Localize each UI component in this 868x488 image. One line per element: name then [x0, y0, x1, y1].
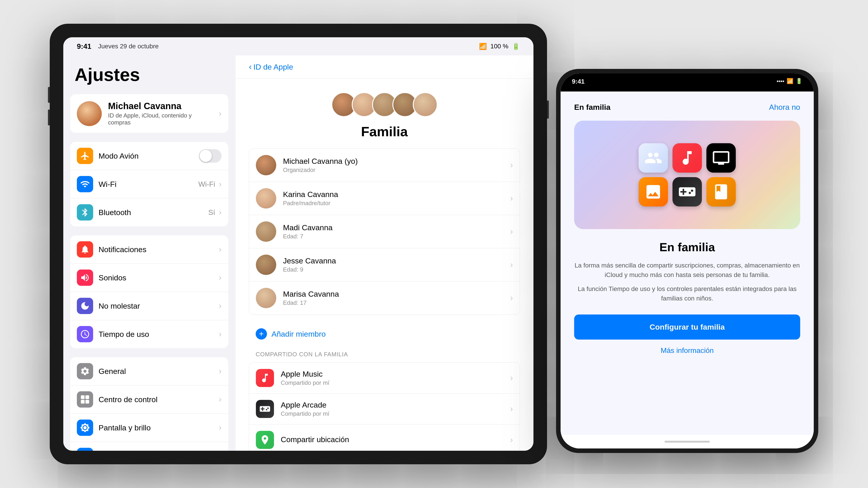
ipad-date: Jueves 29 de octubre: [98, 43, 159, 50]
airplane-mode-item[interactable]: Modo Avión: [70, 142, 228, 170]
member-name-4: Marisa Cavanna: [283, 290, 510, 298]
connectivity-group: Modo Avión Wi-Fi Wi-Fi ›: [70, 142, 228, 226]
iphone-hero-illustration: [574, 121, 800, 229]
sounds-item[interactable]: Sonidos ›: [70, 264, 228, 292]
family-avatar-group: [331, 92, 438, 117]
do-not-disturb-icon: [77, 298, 93, 314]
screen-time-item[interactable]: Tiempo de uso ›: [70, 320, 228, 348]
airplane-mode-icon: [77, 148, 93, 164]
configure-family-button[interactable]: Configurar tu familia: [574, 315, 800, 339]
user-profile-card[interactable]: Michael Cavanna ID de Apple, iCloud, con…: [70, 94, 228, 133]
wifi-label: Wi-Fi: [98, 180, 198, 189]
service-arcade[interactable]: Apple Arcade Compartido por mí ›: [249, 394, 520, 424]
bluetooth-chevron: ›: [219, 207, 221, 217]
signal-icon: ▪▪▪▪: [777, 78, 784, 84]
panel-header: ‹ ID de Apple: [235, 55, 533, 78]
member-item-0[interactable]: Michael Cavanna (yo) Organizador ›: [249, 149, 520, 182]
home-indicator-bar: [664, 441, 710, 443]
arcade-service-info: Apple Arcade Compartido por mí: [281, 400, 510, 417]
iphone-wifi-icon: 📶: [786, 78, 794, 84]
general-item[interactable]: General ›: [70, 357, 228, 385]
ipad-screen: 9:41 Jueves 29 de octubre 📶 100 % 🔋 Ajus…: [63, 37, 533, 451]
display-item[interactable]: Pantalla y brillo ›: [70, 414, 228, 442]
member-1-chevron: ›: [510, 194, 513, 203]
iphone-time: 9:41: [572, 78, 585, 85]
music-service-name: Apple Music: [281, 369, 510, 379]
music-chevron: ›: [510, 373, 513, 383]
iphone-main-title: En familia: [659, 240, 715, 254]
family-panel: ‹ ID de Apple: [235, 55, 533, 451]
sounds-icon: [77, 269, 93, 286]
family-title: Familia: [249, 124, 520, 139]
iphone-sheet-title: En familia: [574, 103, 611, 111]
back-label: ID de Apple: [253, 63, 293, 71]
home-screen-icon: [77, 448, 93, 451]
user-avatar: [77, 101, 102, 126]
member-avatar-4: [256, 288, 276, 308]
wifi-status-icon: 📶: [479, 43, 487, 50]
member-role-1: Padre/madre/tutor: [283, 200, 510, 207]
service-music[interactable]: Apple Music Compartido por mí ›: [249, 363, 520, 394]
ipad-volume-up-button[interactable]: [48, 87, 50, 103]
svg-rect-1: [86, 395, 89, 399]
arcade-service-icon: [256, 400, 274, 418]
iphone-description-1: La forma más sencilla de compartir suscr…: [574, 261, 800, 280]
dnd-chevron: ›: [219, 301, 221, 311]
hero-photos-icon: [639, 177, 668, 206]
user-avatar-face: [77, 101, 102, 126]
member-item-1[interactable]: Karina Cavanna Padre/madre/tutor ›: [249, 182, 520, 215]
profile-chevron: ›: [219, 109, 221, 119]
do-not-disturb-item[interactable]: No molestar ›: [70, 292, 228, 320]
svg-rect-2: [81, 400, 85, 404]
add-member-button[interactable]: + Añadir miembro: [249, 322, 520, 346]
st-chevron: ›: [219, 329, 221, 339]
airplane-mode-toggle[interactable]: [199, 149, 221, 163]
iphone-status-icons: ▪▪▪▪ 📶 🔋: [777, 78, 802, 84]
more-info-link[interactable]: Más información: [661, 346, 714, 355]
ipad-time: 9:41: [77, 42, 91, 51]
member-avatar-1: [256, 188, 276, 208]
bluetooth-label: Bluetooth: [98, 208, 209, 217]
location-service-info: Compartir ubicación: [281, 435, 510, 445]
wifi-item[interactable]: Wi-Fi Wi-Fi ›: [70, 170, 228, 198]
iphone-screen: 9:41 ▪▪▪▪ 📶 🔋 En familia Ahora no: [561, 73, 814, 449]
settings-title: Ajustes: [70, 64, 228, 94]
general-icon: [77, 363, 93, 379]
member-item-3[interactable]: Jesse Cavanna Edad: 9 ›: [249, 248, 520, 282]
member-info-2: Madi Cavanna Edad: 7: [283, 223, 510, 240]
family-avatars: [249, 92, 520, 117]
member-name-2: Madi Cavanna: [283, 223, 510, 232]
svg-rect-3: [86, 400, 89, 404]
location-service-name: Compartir ubicación: [281, 435, 510, 444]
member-item-4[interactable]: Marisa Cavanna Edad: 17 ›: [249, 282, 520, 315]
bluetooth-item[interactable]: Bluetooth Sí ›: [70, 198, 228, 226]
ipad-power-button[interactable]: [547, 101, 549, 119]
back-chevron-icon: ‹: [249, 62, 252, 72]
control-center-item[interactable]: Centro de control ›: [70, 385, 228, 414]
member-item-2[interactable]: Madi Cavanna Edad: 7 ›: [249, 215, 520, 248]
user-name: Michael Cavanna: [108, 101, 213, 111]
location-service-icon: [256, 431, 274, 449]
member-role-2: Edad: 7: [283, 233, 510, 240]
music-service-icon: [256, 369, 274, 387]
member-avatar-2: [256, 221, 276, 242]
back-button[interactable]: ‹ ID de Apple: [249, 62, 520, 72]
hero-tv-icon: [706, 143, 736, 173]
member-info-1: Karina Cavanna Padre/madre/tutor: [283, 190, 510, 207]
ipad-status-bar: 9:41 Jueves 29 de octubre 📶 100 % 🔋: [63, 37, 533, 55]
notifications-item[interactable]: Notificaciones ›: [70, 235, 228, 264]
family-content: Familia Michael Cavanna (yo) Organizador…: [235, 78, 533, 451]
general-label: General: [98, 367, 219, 376]
airplane-mode-label: Modo Avión: [98, 152, 199, 160]
member-avatar-3: [256, 255, 276, 275]
member-4-chevron: ›: [510, 293, 513, 303]
iphone-dismiss-button[interactable]: Ahora no: [769, 103, 800, 111]
member-info-3: Jesse Cavanna Edad: 9: [283, 256, 510, 273]
home-screen-item[interactable]: Pantalla de inicio y el Dock ›: [70, 442, 228, 451]
service-location[interactable]: Compartir ubicación ›: [249, 424, 520, 451]
ipad-volume-down-button[interactable]: [48, 109, 50, 125]
hero-family-icon: [639, 143, 668, 173]
member-0-chevron: ›: [510, 160, 513, 170]
control-center-icon: [77, 391, 93, 408]
sounds-chevron: ›: [219, 273, 221, 283]
